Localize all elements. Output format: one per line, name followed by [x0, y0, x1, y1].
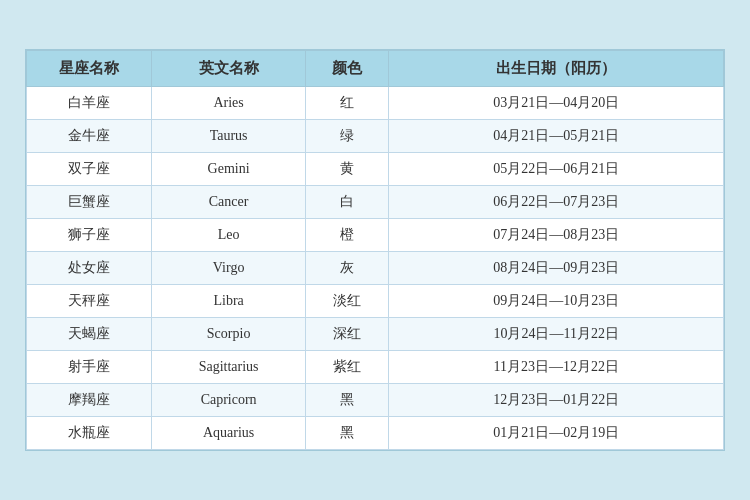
cell-color: 黄: [305, 153, 389, 186]
cell-date: 01月21日—02月19日: [389, 417, 724, 450]
table-row: 摩羯座Capricorn黑12月23日—01月22日: [27, 384, 724, 417]
cell-color: 绿: [305, 120, 389, 153]
cell-color: 黑: [305, 417, 389, 450]
cell-chinese: 处女座: [27, 252, 152, 285]
cell-color: 灰: [305, 252, 389, 285]
table-row: 狮子座Leo橙07月24日—08月23日: [27, 219, 724, 252]
cell-english: Virgo: [152, 252, 305, 285]
cell-english: Sagittarius: [152, 351, 305, 384]
cell-color: 红: [305, 87, 389, 120]
table-row: 双子座Gemini黄05月22日—06月21日: [27, 153, 724, 186]
cell-date: 07月24日—08月23日: [389, 219, 724, 252]
cell-color: 深红: [305, 318, 389, 351]
cell-english: Taurus: [152, 120, 305, 153]
cell-chinese: 天秤座: [27, 285, 152, 318]
cell-color: 淡红: [305, 285, 389, 318]
table-row: 水瓶座Aquarius黑01月21日—02月19日: [27, 417, 724, 450]
cell-date: 05月22日—06月21日: [389, 153, 724, 186]
table-row: 天秤座Libra淡红09月24日—10月23日: [27, 285, 724, 318]
cell-color: 白: [305, 186, 389, 219]
cell-english: Leo: [152, 219, 305, 252]
cell-chinese: 金牛座: [27, 120, 152, 153]
table-row: 巨蟹座Cancer白06月22日—07月23日: [27, 186, 724, 219]
cell-date: 11月23日—12月22日: [389, 351, 724, 384]
cell-chinese: 白羊座: [27, 87, 152, 120]
table-body: 白羊座Aries红03月21日—04月20日金牛座Taurus绿04月21日—0…: [27, 87, 724, 450]
cell-date: 06月22日—07月23日: [389, 186, 724, 219]
table-row: 金牛座Taurus绿04月21日—05月21日: [27, 120, 724, 153]
cell-english: Cancer: [152, 186, 305, 219]
cell-english: Scorpio: [152, 318, 305, 351]
cell-date: 12月23日—01月22日: [389, 384, 724, 417]
cell-chinese: 巨蟹座: [27, 186, 152, 219]
cell-chinese: 狮子座: [27, 219, 152, 252]
cell-chinese: 天蝎座: [27, 318, 152, 351]
table-row: 射手座Sagittarius紫红11月23日—12月22日: [27, 351, 724, 384]
cell-chinese: 水瓶座: [27, 417, 152, 450]
table-row: 天蝎座Scorpio深红10月24日—11月22日: [27, 318, 724, 351]
header-color: 颜色: [305, 51, 389, 87]
cell-color: 橙: [305, 219, 389, 252]
table-row: 白羊座Aries红03月21日—04月20日: [27, 87, 724, 120]
cell-date: 03月21日—04月20日: [389, 87, 724, 120]
cell-english: Aries: [152, 87, 305, 120]
cell-chinese: 双子座: [27, 153, 152, 186]
cell-chinese: 摩羯座: [27, 384, 152, 417]
header-chinese: 星座名称: [27, 51, 152, 87]
zodiac-table-container: 星座名称 英文名称 颜色 出生日期（阳历） 白羊座Aries红03月21日—04…: [25, 49, 725, 451]
cell-color: 黑: [305, 384, 389, 417]
cell-date: 10月24日—11月22日: [389, 318, 724, 351]
cell-english: Gemini: [152, 153, 305, 186]
header-date: 出生日期（阳历）: [389, 51, 724, 87]
cell-date: 09月24日—10月23日: [389, 285, 724, 318]
cell-english: Aquarius: [152, 417, 305, 450]
cell-color: 紫红: [305, 351, 389, 384]
zodiac-table: 星座名称 英文名称 颜色 出生日期（阳历） 白羊座Aries红03月21日—04…: [26, 50, 724, 450]
table-row: 处女座Virgo灰08月24日—09月23日: [27, 252, 724, 285]
cell-date: 08月24日—09月23日: [389, 252, 724, 285]
table-header-row: 星座名称 英文名称 颜色 出生日期（阳历）: [27, 51, 724, 87]
cell-english: Capricorn: [152, 384, 305, 417]
cell-english: Libra: [152, 285, 305, 318]
cell-date: 04月21日—05月21日: [389, 120, 724, 153]
cell-chinese: 射手座: [27, 351, 152, 384]
header-english: 英文名称: [152, 51, 305, 87]
